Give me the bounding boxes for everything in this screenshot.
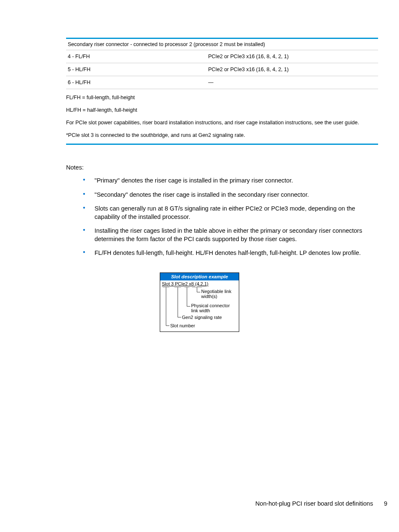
slot-table: Secondary riser connector - connected to…	[66, 39, 378, 89]
list-item: FL/FH denotes full-length, full-height. …	[78, 249, 378, 257]
thin-divider	[66, 89, 378, 89]
slot-description-diagram: Slot description example Slot 3 PCIe2 x8…	[160, 272, 239, 332]
slot-cell: 4 - FL/FH	[66, 50, 207, 63]
diagram-label-slotnum: Slot number	[170, 323, 220, 328]
diagram-label-signaling: Gen2 signaling rate	[182, 315, 236, 320]
slot-cell: 5 - HL/FH	[66, 63, 207, 76]
table-row: 5 - HL/FH PCIe2 or PCIe3 x16 (16, 8, 4, …	[66, 63, 378, 76]
diagram-example-text: Slot 3 PCIe2 x8 (4,2,1)	[162, 281, 237, 286]
slot-cell: 6 - HL/FH	[66, 76, 207, 89]
table-header-cell: Secondary riser connector - connected to…	[66, 39, 378, 50]
list-item: "Primary" denotes the riser cage is inst…	[78, 177, 378, 185]
footnote-text: FL/FH = full-length, full-height	[66, 93, 378, 102]
spec-cell: PCIe2 or PCIe3 x16 (16, 8, 4, 2, 1)	[207, 50, 378, 63]
footnote-text: *PCIe slot 3 is connected to the southbr…	[66, 131, 378, 139]
list-item: Slots can generally run at 8 GT/s signal…	[78, 205, 378, 221]
footer-title: Non-hot-plug PCI riser board slot defini…	[256, 500, 373, 507]
diagram-title: Slot description example	[160, 273, 239, 280]
footnote-text: For PCIe slot power capabilities, riser …	[66, 118, 378, 127]
list-item: "Secondary" denotes the riser cage is in…	[78, 191, 378, 199]
diagram-container: Slot description example Slot 3 PCIe2 x8…	[12, 272, 387, 332]
table-section: Secondary riser connector - connected to…	[66, 38, 378, 145]
footnotes: FL/FH = full-length, full-height HL/FH =…	[66, 93, 378, 139]
diagram-body: Slot 3 PCIe2 x8 (4,2,1)	[160, 280, 239, 332]
spec-cell: PCIe2 or PCIe3 x16 (16, 8, 4, 2, 1)	[207, 63, 378, 76]
spec-cell: —	[207, 76, 378, 89]
diagram-label-negotiable: Negotiable link width(s)	[201, 289, 239, 299]
page-number: 9	[384, 500, 387, 507]
table-row: 4 - FL/FH PCIe2 or PCIe3 x16 (16, 8, 4, …	[66, 50, 378, 63]
table-row: 6 - HL/FH —	[66, 76, 378, 89]
page-footer: Non-hot-plug PCI riser board slot defini…	[256, 500, 387, 507]
notes-list: "Primary" denotes the riser cage is inst…	[78, 177, 378, 257]
table-header-row: Secondary riser connector - connected to…	[66, 39, 378, 50]
bottom-divider	[66, 144, 378, 145]
list-item: Installing the riser cages listed in the…	[78, 227, 378, 243]
footnote-text: HL/FH = half-length, full-height	[66, 106, 378, 114]
diagram-tree: Negotiable link width(s) Physical connec…	[162, 287, 237, 330]
notes-heading: Notes:	[66, 164, 387, 171]
diagram-label-physical: Physical connector link width	[191, 303, 237, 313]
page: Secondary riser connector - connected to…	[0, 0, 399, 532]
